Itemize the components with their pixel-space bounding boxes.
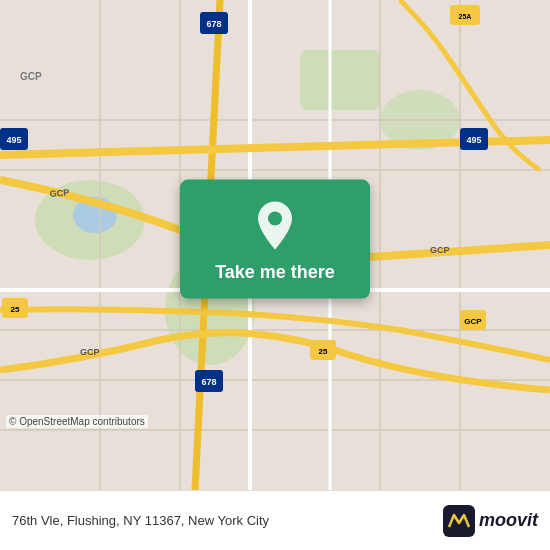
svg-text:GCP: GCP [20,71,42,82]
svg-text:GCP: GCP [80,347,100,357]
moovit-logo: moovit [443,505,538,537]
svg-text:678: 678 [201,377,216,387]
svg-text:495: 495 [466,135,481,145]
moovit-logo-icon [443,505,475,537]
svg-text:25: 25 [11,305,20,314]
take-me-there-label: Take me there [215,262,335,283]
location-pin-icon [253,200,297,252]
svg-text:678: 678 [206,19,221,29]
svg-text:GCP: GCP [430,245,450,255]
take-me-there-button[interactable]: Take me there [180,180,370,299]
moovit-wordmark: moovit [479,510,538,531]
address-text: 76th Vle, Flushing, NY 11367, New York C… [12,513,443,528]
map-container: 678 678 495 495 25 25 GCP 25A GCP GCP GC… [0,0,550,490]
svg-rect-3 [300,50,380,110]
svg-text:25A: 25A [459,13,472,20]
svg-point-42 [268,212,282,226]
svg-text:495: 495 [6,135,21,145]
osm-attribution: © OpenStreetMap contributors [6,415,148,428]
svg-text:25: 25 [319,347,328,356]
svg-text:GCP: GCP [464,317,482,326]
footer-bar: 76th Vle, Flushing, NY 11367, New York C… [0,490,550,550]
svg-text:GCP: GCP [49,187,69,199]
